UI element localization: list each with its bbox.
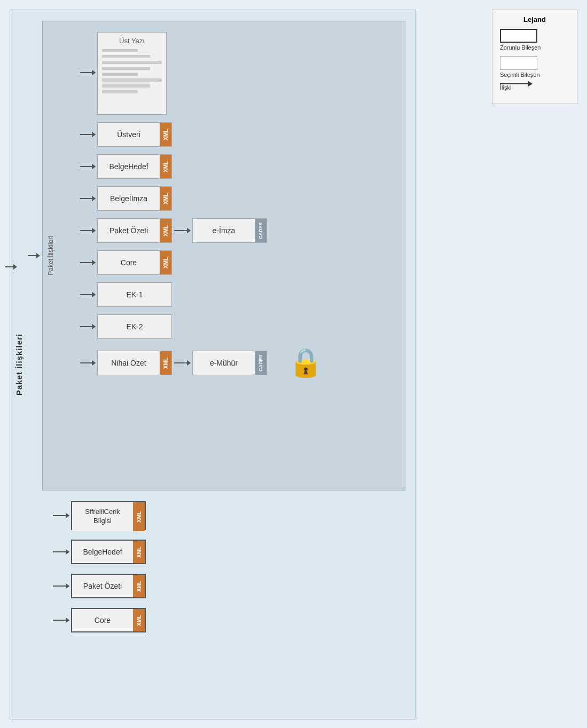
ustveri-xml-tag: XML (160, 123, 171, 146)
e-imza-cades-tag: CADES (255, 219, 267, 242)
outer-paket-label: Paket İlişkileri (14, 334, 24, 395)
ustveri-arrow-head (92, 132, 96, 137)
sifrelilcerik-arrow-head (66, 513, 69, 518)
belge-hedef-label: BelgeHedef (98, 155, 160, 178)
paket-ozeti-arrow-head (92, 228, 96, 233)
bottom-belge-hedef-box: BelgeHedef XML (71, 540, 146, 564)
inner-arrow-head (36, 253, 40, 258)
belge-hedef-row: BelgeHedef XML (80, 154, 394, 179)
lock-icon: 🔒 (288, 346, 323, 379)
inner-container: Paket İlişkileri Üst Yazı (42, 21, 405, 490)
e-muhur-cades-tag: CADES (255, 351, 267, 375)
bottom-paket-ozeti-arrow (53, 585, 69, 587)
outer-arrow-line (5, 266, 17, 267)
nihai-to-emuhur-arrow-head (187, 360, 191, 366)
nihai-to-emuhur-arrow (174, 362, 190, 363)
inner-entry-arrow (28, 255, 40, 256)
legend-relation-item: İlişki (500, 83, 569, 91)
paket-to-eimza-arrow (174, 230, 190, 231)
paket-ozeti-arrow (80, 230, 95, 231)
paket-ozeti-row: Paket Özeti XML e-İmza CADES (80, 218, 394, 243)
sifrelilcerik-arrow (53, 515, 69, 516)
ek2-row: EK-2 (80, 314, 394, 339)
legend-mandatory-box (500, 29, 537, 43)
doc-line-5 (102, 73, 138, 76)
bottom-paket-ozeti-arrow-head (66, 583, 69, 589)
bottom-belge-hedef-arrow (53, 551, 69, 552)
sifrelilcerik-label: SifrelilCerik Bilgisi (72, 502, 133, 531)
ust-yazi-title: Üst Yazı (119, 37, 145, 45)
belge-imza-box: BelgeİImza XML (97, 186, 172, 211)
bottom-core-xml-tag: XML (133, 609, 145, 631)
belge-imza-row: BelgeİImza XML (80, 186, 394, 211)
ustveri-arrow (80, 134, 95, 135)
paket-ozeti-xml-tag: XML (160, 219, 171, 242)
belge-hedef-arrow (80, 166, 95, 167)
nihai-ozet-label: Nihai Özet (98, 351, 160, 375)
doc-line-3 (102, 61, 162, 64)
bottom-core-row: Core XML (53, 608, 399, 632)
legend-mandatory-label: Zorunlu Bileşen (500, 44, 569, 51)
bottom-core-arrow (53, 620, 69, 621)
ek1-arrow (80, 294, 95, 295)
paket-ozeti-box: Paket Özeti XML (97, 218, 172, 243)
ustveri-label: Üstveri (98, 123, 160, 146)
ustveri-row: Üstveri XML (80, 122, 394, 147)
core-xml-tag: XML (160, 251, 171, 274)
bottom-section: SifrelilCerik Bilgisi XML BelgeHedef XML… (42, 501, 410, 632)
bottom-core-label: Core (72, 609, 133, 631)
ustveri-box: Üstveri XML (97, 122, 172, 147)
ust-yazi-row: Üst Yazı (80, 32, 394, 115)
belge-hedef-box: BelgeHedef XML (97, 154, 172, 179)
legend-title: Lejand (500, 15, 569, 23)
nihai-ozet-arrow (80, 362, 95, 363)
sifrelilcerik-row: SifrelilCerik Bilgisi XML (53, 501, 399, 530)
outer-entry-arrow (5, 266, 17, 267)
bottom-belge-hedef-label: BelgeHedef (72, 541, 133, 563)
bottom-belge-hedef-xml-tag: XML (133, 541, 145, 563)
belge-imza-arrow (80, 198, 95, 199)
nihai-ozet-box: Nihai Özet XML (97, 351, 172, 375)
legend-optional-label: Seçimli Bileşen (500, 72, 569, 78)
e-imza-label: e-İmza (193, 219, 255, 242)
doc-line-7 (102, 84, 150, 88)
doc-line-8 (102, 90, 138, 93)
ek1-box: EK-1 (97, 282, 172, 307)
belge-hedef-arrow-head (92, 164, 96, 169)
belge-imza-xml-tag: XML (160, 187, 171, 210)
nihai-ozet-row: Nihai Özet XML e-Mühür CADES 🔒 (80, 346, 394, 379)
inner-paket-label: Paket İlişkileri (47, 236, 54, 275)
paket-ozeti-label: Paket Özeti (98, 219, 160, 242)
ust-yazi-thumbnail: Üst Yazı (97, 32, 167, 115)
ek2-arrow (80, 326, 95, 327)
ust-yazi-arrow (80, 72, 95, 73)
paket-to-eimza-arrow-head (187, 228, 191, 233)
bottom-paket-ozeti-label: Paket Özeti (72, 575, 133, 597)
bottom-belge-hedef-arrow-head (66, 549, 69, 555)
sifrelilcerik-box: SifrelilCerik Bilgisi XML (71, 501, 146, 530)
core-label: Core (98, 251, 160, 274)
legend-optional-box (500, 56, 537, 70)
ek1-row: EK-1 (80, 282, 394, 307)
bottom-paket-ozeti-xml-tag: XML (133, 575, 145, 597)
legend-optional-item: Seçimli Bileşen (500, 56, 569, 78)
bottom-core-arrow-head (66, 618, 69, 623)
doc-line-4 (102, 67, 150, 70)
bottom-paket-ozeti-box: Paket Özeti XML (71, 574, 146, 598)
belge-hedef-xml-tag: XML (160, 155, 171, 178)
bottom-belge-hedef-row: BelgeHedef XML (53, 540, 399, 564)
bottom-paket-ozeti-row: Paket Özeti XML (53, 574, 399, 598)
nihai-ozet-arrow-head (92, 360, 96, 366)
core-box: Core XML (97, 250, 172, 275)
ust-yazi-arrow-head (92, 70, 96, 75)
ek1-arrow-head (92, 292, 96, 297)
core-arrow-head (92, 260, 96, 265)
e-imza-box: e-İmza CADES (192, 218, 267, 243)
ek1-label: EK-1 (98, 283, 171, 306)
doc-line-2 (102, 55, 150, 58)
belge-imza-arrow-head (92, 196, 96, 201)
nihai-ozet-xml-tag: XML (160, 351, 171, 375)
core-arrow (80, 262, 95, 263)
legend-relation-label: İlişki (500, 84, 569, 91)
sifrelilcerik-label-line1: SifrelilCerik (85, 508, 120, 517)
